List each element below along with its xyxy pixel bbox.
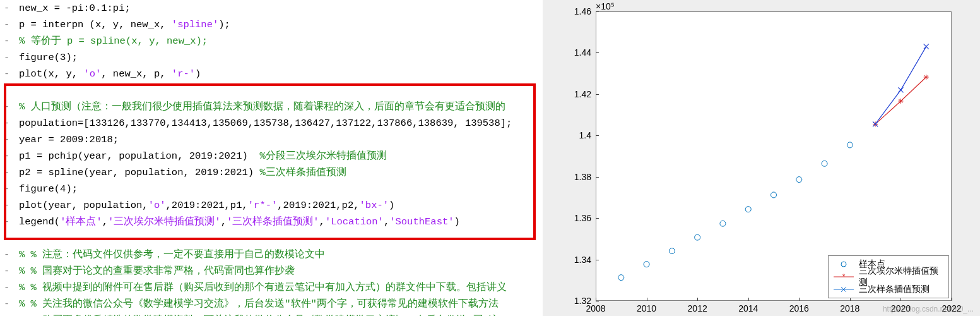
svg-point-28 — [841, 262, 846, 267]
code-line: p1 = pchip(year, population, 2019:2021) … — [19, 148, 543, 164]
watermark: https://blog.csdn.net/m0_... — [883, 305, 974, 313]
y-tick-label: 1.42 — [553, 89, 591, 99]
code-line: population=[133126,133770,134413,135069,… — [19, 115, 543, 131]
code-line: figure(3); — [19, 49, 543, 66]
code-editor[interactable]: new_x = -pi:0.1:pi; p = interpn (x, y, n… — [0, 0, 543, 316]
legend-item: * 三次埃尔米特插值预测 — [832, 270, 945, 283]
y-tick-label: 1.46 — [553, 6, 591, 16]
code-line: % % 视频中提到的附件可在售后群（购买后收到的那个有道云笔记中有加入方式）的群… — [19, 279, 543, 296]
code-line: figure(4); — [19, 181, 543, 197]
code-line: % % 注意：代码文件仅供参考，一定不要直接用于自己的数模论文中 — [19, 246, 543, 263]
code-line: % % 关注我的微信公众号《数学建模学习交流》，后台发送"软件"两个字，可获得常… — [19, 296, 543, 312]
code-line: legend('样本点','三次埃尔米特插值预测','三次样条插值预测','Lo… — [19, 214, 543, 230]
code-line: plot(year, population,'o',2019:2021,p1,'… — [19, 197, 543, 214]
y-tick-label: 1.34 — [553, 255, 591, 265]
y-tick-label: 1.4 — [553, 130, 591, 140]
code-line: % 人口预测（注意：一般我们很少使用插值算法来预测数据，随着课程的深入，后面的章… — [19, 99, 543, 115]
y-tick-label: 1.36 — [553, 213, 591, 223]
code-line — [19, 230, 543, 246]
code-line: new_x = -pi:0.1:pi; — [19, 0, 543, 16]
code-line: p = interpn (x, y, new_x, 'spline'); — [19, 16, 543, 33]
x-tick-label: 2016 — [786, 303, 812, 313]
code-line: year = 2009:2018; — [19, 131, 543, 148]
code-line: p2 = spline(year, population, 2019:2021)… — [19, 164, 543, 181]
legend[interactable]: 样本点 * 三次埃尔米特插值预测 三次样条插值预测 — [828, 255, 949, 298]
x-tick-label: 2012 — [685, 303, 710, 313]
code-line: % % 购买更多优质精选的数学建模资料，可关注我的微信公众号《数学建模学习交流》… — [19, 312, 543, 316]
x-tick-label: 2018 — [837, 303, 863, 313]
y-tick-label: 1.44 — [553, 47, 591, 58]
y-exponent: ×10⁵ — [596, 1, 615, 11]
x-tick-label: 2014 — [736, 303, 761, 313]
code-line: plot(x, y, 'o', new_x, p, 'r-') — [19, 66, 543, 82]
x-tick-label: 2010 — [634, 303, 659, 313]
code-line — [19, 82, 543, 99]
y-tick-label: 1.38 — [553, 172, 591, 182]
code-line: % 等价于 p = spline(x, y, new_x); — [19, 33, 543, 49]
x-tick-label: 2008 — [583, 303, 608, 313]
code-line: % % 国赛对于论文的查重要求非常严格，代码雷同也算作抄袭 — [19, 263, 543, 279]
svg-text:*: * — [842, 272, 846, 281]
figure-window: ×10⁵ 1.321.341.361.381.41.421.441.46 200… — [543, 0, 980, 316]
legend-item: 三次样条插值预测 — [832, 283, 945, 296]
